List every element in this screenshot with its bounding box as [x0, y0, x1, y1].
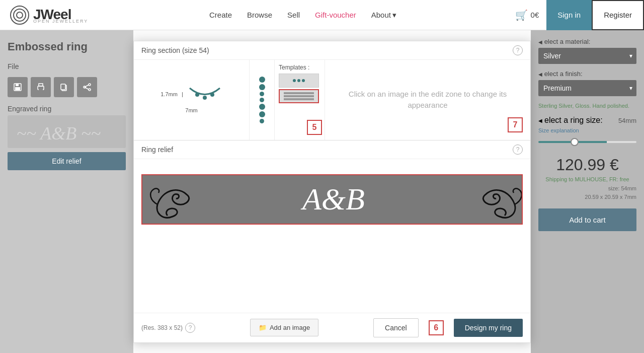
ring-relief-space	[134, 159, 530, 169]
modal-overlay: Ring section (size 54) ? 1.7mm |	[133, 30, 531, 353]
modal-hint: Click on an image in the edit zone to ch…	[325, 60, 530, 140]
svg-point-1	[17, 12, 23, 18]
svg-text:A&B: A&B	[300, 182, 365, 216]
register-button[interactable]: Register	[592, 0, 644, 30]
nav-sell[interactable]: Sell	[287, 11, 300, 19]
material-label: ◀ elect a material:	[538, 38, 636, 45]
dot-2	[259, 84, 265, 90]
dot-1	[259, 77, 265, 83]
select-icon3: ◀	[538, 118, 542, 123]
select-icon2: ◀	[538, 72, 542, 77]
svg-text:~~ A&B ~~: ~~ A&B ~~	[17, 123, 101, 144]
ring-diagram: 1.7mm | 7mm	[134, 60, 250, 140]
save-button[interactable]	[8, 77, 28, 97]
hint-text: Click on an image in the edit zone to ch…	[333, 89, 523, 111]
finish-label: ◀ elect a finish:	[538, 70, 636, 78]
price-display: 120.99 €	[538, 156, 636, 174]
svg-point-18	[210, 93, 214, 97]
logo-area: JWeel OPEN JEWELLERY	[0, 6, 98, 25]
material-select[interactable]: Silver	[538, 48, 636, 64]
modal-bottom: (Res. 383 x 52) ? 📁 Add an image Cancel …	[134, 313, 530, 342]
modal: Ring section (size 54) ? 1.7mm |	[133, 41, 531, 343]
file-toolbar	[0, 75, 133, 100]
nav-create[interactable]: Create	[209, 11, 232, 19]
template-2[interactable]	[279, 89, 319, 103]
select-icon: ◀	[538, 39, 542, 45]
nav-about[interactable]: About ▾	[371, 11, 396, 20]
file-label: File	[0, 58, 133, 75]
svg-point-16	[195, 93, 199, 97]
svg-point-0	[14, 9, 26, 21]
ring-relief-title: Ring relief	[141, 146, 173, 154]
ring-section-title: Ring section (size 54)	[141, 46, 209, 54]
modal-actions: Cancel 6 Design my ring	[373, 318, 523, 337]
measure-2: 7mm	[185, 107, 197, 113]
ring-section-content: 1.7mm | 7mm	[134, 60, 530, 140]
nav-gift-voucher[interactable]: Gift-voucher	[315, 11, 356, 19]
badge-5: 5	[307, 120, 322, 135]
badge-6: 6	[429, 320, 444, 335]
templates-section: Templates : 5	[275, 60, 325, 140]
svg-point-17	[203, 96, 207, 100]
logo-sub: OPEN JEWELLERY	[33, 19, 88, 24]
chevron-down-icon: ▾	[392, 11, 396, 20]
header-buttons: Sign in Register	[546, 0, 644, 30]
size-row: ◀ elect a ring size: 54mm	[538, 116, 636, 125]
ring-relief-svg: A&B	[142, 175, 523, 224]
engraved-preview: ~~ A&B ~~	[8, 115, 126, 148]
nav-browse[interactable]: Browse	[247, 11, 272, 19]
signin-button[interactable]: Sign in	[546, 0, 592, 30]
add-to-cart-button[interactable]: Add to cart	[538, 208, 636, 231]
add-image-button[interactable]: 📁 Add an image	[250, 319, 318, 336]
nav: Create Browse Sell Gift-voucher About ▾	[98, 11, 507, 20]
ring-relief-preview[interactable]: A&B	[141, 174, 523, 225]
svg-point-11	[89, 89, 91, 91]
finish-note: Sterling Silver, Gloss. Hand polished.	[538, 102, 636, 110]
finish-select[interactable]: Premium	[538, 80, 636, 96]
shipping-info: Shipping to MULHOUSE, FR: free	[538, 176, 636, 182]
dot-6	[259, 111, 265, 117]
ring-relief-help-icon[interactable]: ?	[513, 145, 523, 155]
cancel-button[interactable]: Cancel	[373, 318, 419, 337]
design-my-ring-button[interactable]: Design my ring	[454, 319, 523, 337]
res-help-icon[interactable]: ?	[185, 323, 195, 333]
cart-area[interactable]: 🛒 0€	[508, 9, 547, 21]
engraved-label: Engraved ring	[0, 100, 133, 115]
size-slider[interactable]	[538, 141, 636, 143]
svg-rect-6	[39, 84, 43, 86]
res-info: (Res. 383 x 52) ?	[141, 323, 195, 333]
svg-rect-7	[39, 88, 43, 90]
ring-section-header: Ring section (size 54) ?	[134, 41, 530, 60]
left-sidebar: Embossed ring File Engraved ring ~~ A&B …	[0, 30, 133, 353]
dots-column	[250, 60, 275, 140]
badge-7: 7	[508, 117, 523, 132]
svg-rect-3	[16, 84, 19, 86]
copy-button[interactable]	[54, 77, 74, 97]
cart-icon: 🛒	[515, 9, 528, 21]
ring-section-help-icon[interactable]: ?	[513, 45, 523, 55]
cart-price: 0€	[531, 11, 539, 19]
size-info: size: 54mm20.59 x 20.59 x 7mm	[538, 184, 636, 201]
edit-relief-button[interactable]: Edit relief	[8, 152, 126, 170]
templates-label: Templates :	[279, 64, 320, 71]
right-sidebar: ◀ elect a material: Silver ▾ ◀ elect a f…	[531, 30, 644, 353]
res-text: (Res. 383 x 52)	[141, 324, 183, 331]
svg-rect-4	[15, 87, 20, 90]
template-1[interactable]	[279, 74, 319, 88]
dot-7	[260, 119, 264, 123]
measure-1: 1.7mm	[160, 91, 178, 97]
svg-point-10	[89, 84, 91, 86]
dot-4	[260, 98, 264, 102]
material-select-wrap: Silver ▾	[538, 48, 636, 64]
logo-icon	[10, 6, 29, 25]
print-button[interactable]	[31, 77, 51, 97]
size-value: 54mm	[618, 117, 636, 124]
size-explanation-link[interactable]: Size explanation	[538, 127, 636, 133]
dot-5	[259, 104, 265, 110]
size-label: elect a ring size:	[544, 116, 603, 125]
folder-icon: 📁	[259, 324, 267, 331]
sidebar-title: Embossed ring	[0, 30, 133, 58]
share-button[interactable]	[77, 77, 97, 97]
finish-select-wrap: Premium ▾	[538, 80, 636, 96]
svg-rect-9	[61, 84, 65, 90]
